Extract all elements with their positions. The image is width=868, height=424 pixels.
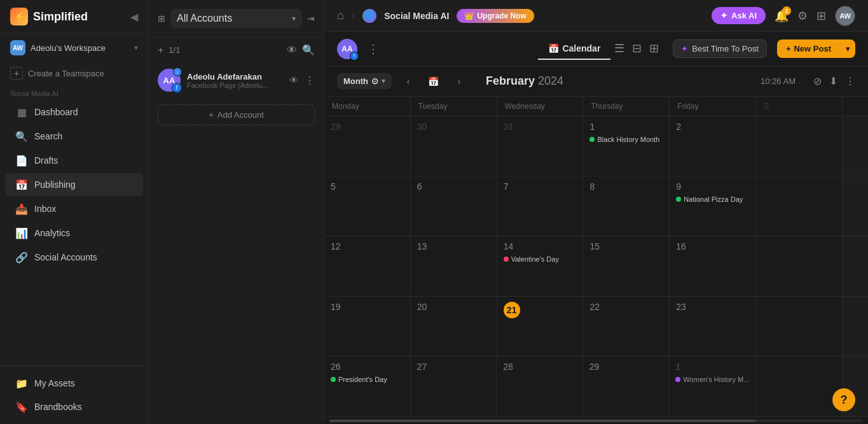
workspace-name: Adeolu's Workspace	[31, 43, 129, 53]
calendar-horizontal-scrollbar[interactable]	[324, 416, 868, 424]
cal-cell-feb27[interactable]: 27	[411, 357, 497, 416]
panel-collapse-icon[interactable]: ⇥	[307, 13, 315, 24]
notifications-icon[interactable]: 🔔 2	[775, 9, 789, 23]
sidebar-item-brandbooks[interactable]: 🔖 Brandbooks	[5, 395, 143, 418]
sidebar-item-label-dashboard: Dashboard	[34, 107, 78, 117]
workspace-selector[interactable]: AW Adeolu's Workspace ▾	[0, 34, 148, 62]
cal-cell-feb16[interactable]: 16	[670, 236, 756, 295]
panel-header: ⊞ All Accounts ▾ ⇥	[149, 0, 324, 38]
cal-cell-feb19[interactable]: 19	[324, 297, 411, 356]
add-account-button[interactable]: + Add Account	[158, 104, 315, 125]
new-post-chevron-icon[interactable]: ▾	[841, 39, 855, 58]
cal-cell-feb14[interactable]: 14 Valentine's Day	[497, 236, 584, 295]
sidebar-item-social-accounts[interactable]: 🔗 Social Accounts	[5, 246, 143, 269]
user-avatar[interactable]: AW	[835, 6, 855, 26]
cal-cell-feb8[interactable]: 8	[583, 176, 670, 236]
sidebar-item-dashboard[interactable]: ▦ Dashboard	[5, 101, 143, 124]
account-eye-icon[interactable]: 👁	[289, 75, 298, 85]
cal-more-icon[interactable]: ⋮	[368, 42, 379, 56]
ask-ai-button[interactable]: ✦ Ask AI	[712, 7, 766, 24]
new-post-button[interactable]: + New Post ▾	[777, 39, 855, 58]
calendar-week-2: 5 6 7 8 9 National Pizza Day	[324, 176, 868, 236]
cal-cell-jan30[interactable]: 30	[411, 117, 497, 176]
calendar-week-4: 19 20 21 22 23	[324, 297, 868, 357]
cal-event-womens-history: Women's History M...	[675, 376, 749, 383]
cal-account-avatar-wrap: AA f	[337, 39, 357, 59]
panel-eye-icon[interactable]: 👁	[287, 45, 297, 56]
cal-cell-feb3-partial[interactable]	[756, 117, 843, 176]
cal-cell-jan29[interactable]: 29	[324, 117, 411, 176]
cal-cell-feb15[interactable]: 15	[583, 236, 670, 295]
sidebar-item-drafts[interactable]: 📄 Drafts	[5, 149, 143, 172]
account-list-item[interactable]: AA f i Adeolu Adefarakan Facebook Page (…	[149, 62, 324, 98]
cal-cell-feb20[interactable]: 20	[411, 297, 497, 356]
cal-nav-more-icon[interactable]: ⋮	[845, 75, 855, 87]
best-time-to-post-button[interactable]: ✦ Best Time To Post	[673, 39, 767, 58]
cal-cell-feb7[interactable]: 7	[497, 176, 584, 236]
sidebar-item-analytics[interactable]: 📊 Analytics	[5, 222, 143, 244]
cal-cell-feb2[interactable]: 2	[670, 117, 756, 176]
sidebar-collapse-icon[interactable]: ◀	[130, 11, 138, 23]
cal-download-icon[interactable]: ⬇	[829, 75, 837, 87]
cal-cell-feb12[interactable]: 12	[324, 236, 411, 295]
calendar-tab-label: Calendar	[562, 43, 600, 53]
calendar-date-picker-icon[interactable]: 📅	[425, 73, 443, 90]
sidebar-item-label-search: Search	[34, 131, 62, 141]
all-accounts-dropdown[interactable]: All Accounts ▾	[170, 9, 302, 28]
cal-event-presidents-day: President's Day	[331, 376, 404, 383]
cal-cell-feb24-partial[interactable]	[756, 297, 843, 356]
panel-search-icon[interactable]: 🔍	[302, 44, 315, 56]
add-account-label: Add Account	[217, 110, 264, 120]
list-view-icon[interactable]: ☰	[610, 38, 628, 59]
sidebar-item-publishing[interactable]: 📅 Publishing	[5, 173, 143, 196]
cal-cell-feb9[interactable]: 9 National Pizza Day	[670, 176, 756, 236]
best-time-sparkle-icon: ✦	[681, 44, 688, 53]
month-view-dropdown[interactable]: Month ⊙ ▾	[337, 73, 392, 89]
help-button[interactable]: ?	[832, 388, 855, 411]
cal-cell-feb1[interactable]: 1 Black History Month	[583, 117, 670, 176]
cal-cell-feb29[interactable]: 29	[583, 357, 670, 416]
sidebar-item-label-analytics: Analytics	[34, 228, 70, 238]
month-dropdown-icon: ⊙	[371, 76, 378, 86]
cal-cell-feb10-partial[interactable]	[756, 176, 843, 236]
calendar-tab-icon: 📅	[548, 43, 559, 53]
grid-view-icon[interactable]: ⊞	[645, 38, 663, 59]
sidebar-item-my-assets[interactable]: 📁 My Assets	[5, 372, 143, 395]
account-more-icon[interactable]: ⋮	[305, 74, 315, 87]
calendar-next-button[interactable]: ›	[450, 73, 468, 90]
home-icon[interactable]: ⌂	[337, 9, 344, 22]
calendar-toolbar: AA f ⋮ 📅 Calendar ☰ ⊟ ⊞ ✦ Best Time To P…	[324, 32, 868, 66]
apps-icon[interactable]: ⊞	[816, 9, 826, 23]
cal-cell-feb13[interactable]: 13	[411, 236, 497, 295]
sidebar-item-search[interactable]: 🔍 Search	[5, 125, 143, 148]
app-name: Simplified	[33, 10, 88, 24]
workspace-chevron-icon: ▾	[134, 43, 138, 52]
cal-cell-mar2-partial[interactable]	[756, 357, 843, 416]
cal-cell-feb17-partial[interactable]	[756, 236, 843, 295]
accounts-panel: ⊞ All Accounts ▾ ⇥ + 1/1 👁 🔍 AA f i Adeo…	[149, 0, 324, 424]
sidebar-item-inbox[interactable]: 📥 Inbox	[5, 197, 143, 220]
calendar-prev-button[interactable]: ‹	[399, 73, 417, 90]
account-info-badge: i	[173, 67, 182, 76]
cal-cell-feb26[interactable]: 26 President's Day	[324, 357, 411, 416]
cal-cell-feb23[interactable]: 23	[670, 297, 756, 356]
cal-cell-feb5[interactable]: 5	[324, 176, 411, 236]
day-header-wednesday: Wednesday	[497, 97, 584, 116]
cal-cell-feb21-today[interactable]: 21	[497, 297, 584, 356]
calendar-nav: Month ⊙ ▾ ‹ 📅 › February 2024 10:26 AM ⊘…	[324, 66, 868, 97]
cal-cell-mar1[interactable]: 1 Women's History M...	[669, 357, 756, 416]
day-header-tuesday: Tuesday	[411, 97, 497, 116]
cal-cell-jan31[interactable]: 31	[497, 117, 584, 176]
cal-cell-feb6[interactable]: 6	[411, 176, 497, 236]
tab-calendar[interactable]: 📅 Calendar	[538, 38, 610, 59]
topbar-right: ✦ Ask AI 🔔 2 ⚙ ⊞ AW	[712, 6, 855, 26]
new-post-main[interactable]: + New Post	[777, 39, 840, 58]
calendar-week-5: 26 President's Day 27 28 29 1 Women's Hi…	[324, 357, 868, 416]
column-view-icon[interactable]: ⊟	[628, 38, 645, 59]
upgrade-now-button[interactable]: 👑 Upgrade Now	[457, 9, 534, 23]
cal-cell-feb22[interactable]: 22	[583, 297, 670, 356]
cal-cell-feb28[interactable]: 28	[497, 357, 583, 416]
settings-icon[interactable]: ⚙	[797, 9, 808, 23]
create-teamspace-button[interactable]: + Create a Teamspace	[0, 62, 148, 85]
cal-filter-icon[interactable]: ⊘	[813, 75, 822, 87]
